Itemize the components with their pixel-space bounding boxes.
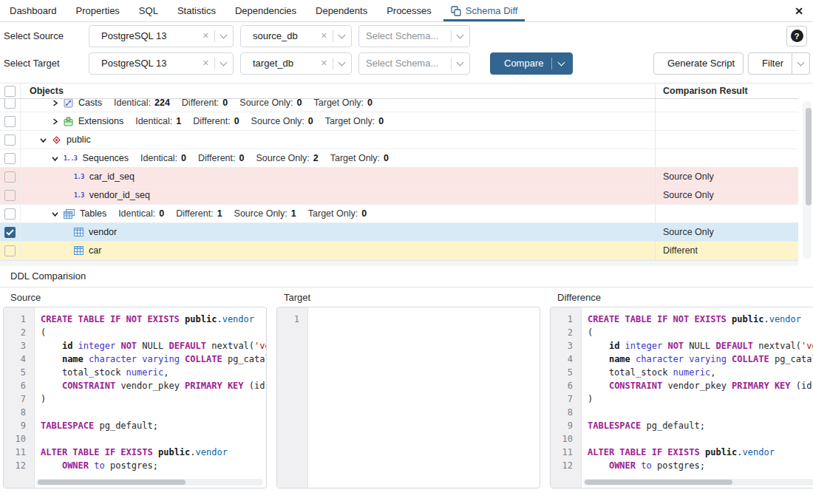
tab-statistics[interactable]: Statistics bbox=[168, 0, 225, 21]
code-editor-target[interactable]: 1 bbox=[276, 307, 540, 488]
object-name: vendor bbox=[89, 227, 117, 237]
generate-script-button[interactable]: Generate Script bbox=[653, 52, 744, 75]
close-panel-button[interactable]: ✕ bbox=[785, 0, 813, 21]
tree-row-car[interactable]: carDifferent bbox=[0, 242, 798, 260]
compare-button[interactable]: Compare bbox=[490, 52, 573, 75]
chevron-down-icon[interactable] bbox=[220, 31, 228, 38]
tab-label: Schema Diff bbox=[466, 5, 518, 16]
chevron-down-icon[interactable] bbox=[339, 31, 346, 38]
table-icon bbox=[74, 228, 84, 236]
tree-row-vendor[interactable]: vendorSource Only bbox=[0, 223, 798, 242]
clear-icon[interactable]: ✕ bbox=[321, 31, 327, 41]
code-line: TABLESPACE pg_default; bbox=[41, 419, 266, 432]
row-checkbox[interactable] bbox=[4, 245, 16, 256]
tab-dependencies[interactable]: Dependencies bbox=[225, 0, 306, 21]
line-number: 1 bbox=[551, 313, 581, 326]
row-checkbox[interactable] bbox=[4, 134, 16, 146]
code-line: OWNER to postgres; bbox=[41, 459, 266, 472]
row-checkbox[interactable] bbox=[4, 116, 16, 127]
help-button[interactable]: ? bbox=[786, 26, 807, 47]
count-value: 2 bbox=[313, 153, 319, 163]
tab-processes[interactable]: Processes bbox=[377, 0, 441, 21]
object-name: Tables bbox=[80, 208, 106, 219]
row-checkbox[interactable] bbox=[4, 190, 16, 201]
line-number: 11 bbox=[4, 446, 34, 459]
chevron-down-icon[interactable] bbox=[52, 211, 64, 217]
code-horizontal-scrollbar-thumb[interactable] bbox=[38, 480, 186, 485]
count-label: Identical: bbox=[118, 208, 155, 219]
clear-icon[interactable]: ✕ bbox=[321, 58, 327, 68]
code-line bbox=[314, 313, 540, 326]
count-label: Target Only: bbox=[308, 208, 358, 219]
count-value: 1 bbox=[217, 208, 222, 219]
object-name: Sequences bbox=[82, 153, 129, 163]
count-label: Target Only: bbox=[330, 153, 380, 163]
object-name: Extensions bbox=[78, 116, 123, 126]
tab-dependents[interactable]: Dependents bbox=[306, 0, 377, 21]
clear-icon[interactable]: ✕ bbox=[203, 58, 209, 68]
tab-label: Processes bbox=[387, 5, 432, 16]
code-editor-source[interactable]: 123456789101112CREATE TABLE IF NOT EXIST… bbox=[3, 307, 267, 488]
chevron-down-icon[interactable] bbox=[220, 58, 228, 66]
filter-button[interactable]: Filter bbox=[748, 52, 792, 75]
target-server-value: PostgreSQL 13 bbox=[101, 58, 200, 69]
row-checkbox[interactable] bbox=[4, 99, 16, 109]
tab-schema-diff[interactable]: Schema Diff bbox=[441, 0, 528, 21]
filter-dropdown-button[interactable] bbox=[792, 52, 810, 75]
code-horizontal-scrollbar-thumb[interactable] bbox=[585, 480, 732, 485]
select-divider bbox=[451, 30, 452, 42]
grid-horizontal-scrollbar[interactable] bbox=[0, 260, 798, 266]
chevron-right-icon[interactable] bbox=[52, 118, 64, 125]
ddl-panel-target: Target1 bbox=[276, 290, 540, 488]
count-label: Different: bbox=[176, 208, 214, 219]
target-database-select[interactable]: target_db ✕ bbox=[240, 52, 352, 75]
code-line: OWNER to postgres; bbox=[588, 459, 813, 472]
tab-label: Statistics bbox=[177, 5, 216, 16]
code-line: CREATE TABLE IF NOT EXISTS public.vendor bbox=[588, 313, 813, 326]
tree-row-extensions[interactable]: ExtensionsIdentical:1Different:0Source O… bbox=[0, 112, 798, 131]
tree-row-casts[interactable]: CastsIdentical:224Different:0Source Only… bbox=[0, 99, 798, 112]
code-line: CONSTRAINT vendor_pkey PRIMARY KEY (id) bbox=[588, 379, 813, 392]
source-server-select[interactable]: PostgreSQL 13 ✕ bbox=[89, 25, 234, 47]
row-checkbox[interactable] bbox=[4, 153, 16, 164]
row-checkbox[interactable] bbox=[4, 227, 16, 238]
code-editor-difference[interactable]: 123456789101112CREATE TABLE IF NOT EXIST… bbox=[550, 307, 813, 488]
target-schema-select[interactable]: Select Schema... bbox=[358, 52, 470, 75]
clear-icon[interactable]: ✕ bbox=[203, 31, 209, 41]
source-database-select[interactable]: source_db ✕ bbox=[240, 25, 352, 47]
tab-dashboard[interactable]: Dashboard bbox=[0, 0, 67, 21]
select-all-checkbox[interactable] bbox=[4, 86, 16, 97]
count-label: Identical: bbox=[114, 99, 151, 108]
count-label: Source Only: bbox=[251, 116, 305, 126]
filter-label: Filter bbox=[762, 58, 783, 69]
chevron-down-icon[interactable] bbox=[457, 58, 464, 66]
ddl-panels: Source123456789101112CREATE TABLE IF NOT… bbox=[0, 290, 813, 488]
tree-row-car-id-seq[interactable]: 1.3car_id_seqSource Only bbox=[0, 168, 798, 186]
chevron-down-icon[interactable] bbox=[339, 58, 346, 66]
row-checkbox[interactable] bbox=[4, 171, 16, 183]
chevron-down-icon[interactable] bbox=[52, 155, 64, 162]
tab-sql[interactable]: SQL bbox=[129, 0, 168, 21]
tab-properties[interactable]: Properties bbox=[67, 0, 129, 21]
chevron-down-icon[interactable] bbox=[558, 58, 565, 66]
grid-vertical-scrollbar-thumb[interactable] bbox=[806, 108, 812, 205]
ddl-panel-label: Target bbox=[276, 290, 540, 307]
chevron-right-icon[interactable] bbox=[52, 100, 64, 106]
tree-row-sequences[interactable]: 1..3SequencesIdentical:0Different:0Sourc… bbox=[0, 149, 798, 168]
code-content bbox=[308, 307, 540, 488]
count-value: 0 bbox=[222, 99, 228, 108]
source-server-value: PostgreSQL 13 bbox=[101, 30, 200, 41]
row-checkbox[interactable] bbox=[4, 208, 16, 219]
code-line: TABLESPACE pg_default; bbox=[588, 419, 813, 432]
tree-row-tables[interactable]: TablesIdentical:0Different:1Source Only:… bbox=[0, 205, 798, 223]
tree-row-public[interactable]: public bbox=[0, 131, 798, 149]
chevron-down-icon bbox=[797, 58, 805, 66]
source-database-value: source_db bbox=[253, 30, 318, 41]
tree-row-vendor-id-seq[interactable]: 1.3vendor_id_seqSource Only bbox=[0, 186, 798, 205]
source-schema-select[interactable]: Select Schema... bbox=[358, 25, 470, 47]
line-number: 5 bbox=[551, 366, 581, 379]
target-server-select[interactable]: PostgreSQL 13 ✕ bbox=[89, 52, 234, 75]
object-name: car bbox=[89, 245, 101, 256]
chevron-down-icon[interactable] bbox=[40, 137, 52, 143]
chevron-down-icon[interactable] bbox=[457, 31, 464, 38]
